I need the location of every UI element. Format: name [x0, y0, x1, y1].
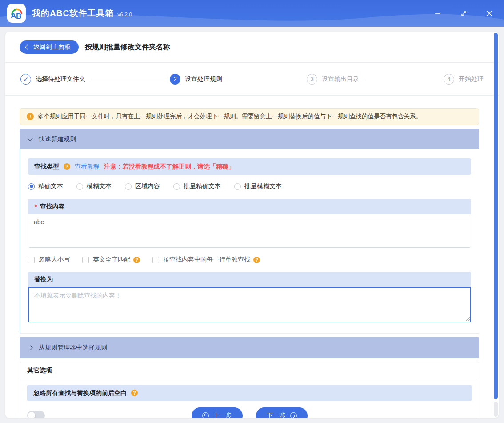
other-options-body: 忽略所有查找与替换项的前后空白 ? 上一步 下一步: [20, 379, 479, 418]
page-header: 返回到主面板 按规则批量修改文件夹名称: [5, 32, 499, 63]
checkbox-ignore-case[interactable]: 忽略大小写: [28, 256, 70, 264]
next-step-button[interactable]: 下一步: [256, 407, 308, 418]
replace-label-bar: 替换为: [28, 272, 471, 287]
vertical-scrollbar[interactable]: [494, 33, 498, 417]
svg-text:B: B: [16, 12, 21, 20]
warning-text: 多个规则应用于同一文件时，只有在上一规则处理完后，才会处理下一规则。需要留意上一…: [38, 113, 422, 121]
step-2-set-rules: 2 设置处理规则: [170, 74, 222, 85]
minimize-button[interactable]: [433, 8, 443, 18]
search-type-options: 精确文本 模糊文本 区域内容 批量精确文本 批量模糊文本: [28, 181, 471, 192]
back-to-dashboard-button[interactable]: 返回到主面板: [20, 40, 79, 54]
back-button-label: 返回到主面板: [33, 43, 71, 51]
svg-text:A: A: [11, 12, 16, 20]
view-tutorial-link[interactable]: 查看教程: [75, 163, 100, 171]
main-panel: 返回到主面板 按规则批量修改文件夹名称 ✓ 选择待处理文件夹 2 设置处理规则 …: [5, 32, 499, 418]
help-icon[interactable]: ?: [133, 257, 140, 263]
step-3-number: 3: [307, 74, 317, 85]
quick-rule-body: 查找类型 ? 查看教程 注意：若没看教程或不了解正则，请选「精确」 精确文本 模…: [20, 149, 479, 334]
accordion-rule-manager[interactable]: 从规则管理器中选择规则: [20, 337, 479, 358]
step-connector: [92, 79, 164, 79]
help-icon[interactable]: ?: [253, 257, 260, 263]
replace-block: 替换为: [28, 272, 471, 322]
checkbox-whole-word[interactable]: 英文全字匹配 ?: [82, 256, 140, 264]
other-options-card: 其它选项 忽略所有查找与替换项的前后空白 ? 上一步: [20, 362, 479, 418]
radio-batch-exact-text[interactable]: 批量精确文本: [173, 182, 221, 190]
replace-label: 替换为: [34, 275, 53, 283]
checkbox-search-each-line[interactable]: 按查找内容中的每一行单独查找 ?: [152, 256, 260, 264]
radio-region-content[interactable]: 区域内容: [125, 182, 160, 190]
radio-exact-text[interactable]: 精确文本: [28, 182, 63, 190]
replace-input[interactable]: [29, 288, 470, 322]
radio-icon: [173, 183, 180, 190]
search-content-label: 查找内容: [40, 203, 64, 211]
search-content-block: * 查找内容 abc: [28, 199, 471, 248]
previous-step-button[interactable]: 上一步: [192, 407, 243, 418]
step-connector: [365, 79, 437, 79]
radio-label: 区域内容: [135, 182, 160, 190]
step-4-label: 开始处理: [459, 75, 484, 83]
chevron-down-icon: [28, 136, 32, 141]
footer-row: 上一步 下一步: [27, 407, 472, 418]
replace-input-wrap: [28, 287, 471, 322]
wizard-nav-buttons: 上一步 下一步: [27, 407, 472, 418]
page-title: 按规则批量修改文件夹名称: [85, 43, 170, 52]
step-1-check-icon: ✓: [20, 74, 31, 85]
chevron-right-icon: [28, 345, 32, 350]
next-step-label: 下一步: [267, 411, 286, 418]
step-4-number: 4: [444, 74, 454, 85]
scrollbar-thumb[interactable]: [494, 33, 498, 399]
checkbox-label: 英文全字匹配: [93, 256, 130, 264]
step-2-number: 2: [170, 74, 180, 85]
radio-label: 批量精确文本: [184, 182, 221, 190]
step-connector: [228, 79, 300, 79]
checkbox-icon: [152, 257, 159, 263]
circle-arrow-right-icon: [290, 412, 297, 418]
help-icon[interactable]: ?: [131, 390, 138, 396]
trim-whitespace-bar: 忽略所有查找与替换项的前后空白 ?: [27, 385, 472, 401]
scrollbar-track-rest: [494, 402, 498, 417]
checkbox-label: 按查找内容中的每一行单独查找: [163, 256, 250, 264]
titlebar: A B 我的ABC软件工具箱 v6.2.0: [0, 0, 504, 27]
close-button[interactable]: [484, 8, 494, 18]
chevron-left-icon: [25, 44, 30, 49]
help-icon[interactable]: ?: [64, 163, 70, 170]
app-title: 我的ABC软件工具箱: [32, 8, 114, 19]
search-type-bar: 查找类型 ? 查看教程 注意：若没看教程或不了解正则，请选「精确」: [28, 158, 471, 175]
rule-manager-header-label: 从规则管理器中选择规则: [39, 344, 107, 352]
search-content-input[interactable]: abc: [28, 214, 471, 247]
radio-fuzzy-text[interactable]: 模糊文本: [76, 182, 112, 190]
step-4-start: 4 开始处理: [444, 74, 484, 85]
app-logo: A B: [7, 4, 26, 23]
step-3-output-dir: 3 设置输出目录: [307, 74, 359, 85]
search-options-row: 忽略大小写 英文全字匹配 ? 按查找内容中的每一行单独查找 ?: [28, 254, 471, 265]
radio-icon: [28, 183, 35, 190]
rules-order-warning: ! 多个规则应用于同一文件时，只有在上一规则处理完后，才会处理下一规则。需要留意…: [20, 108, 479, 125]
quick-rule-header-label: 快速新建规则: [39, 135, 76, 143]
search-content-label-bar: * 查找内容: [28, 199, 471, 214]
checkbox-icon: [82, 257, 89, 263]
accordion-quick-new-rule[interactable]: 快速新建规则: [20, 129, 479, 149]
content-area: ! 多个规则应用于同一文件时，只有在上一规则处理完后，才会处理下一规则。需要留意…: [5, 96, 499, 418]
step-1-select-folders: ✓ 选择待处理文件夹: [20, 74, 85, 85]
previous-step-label: 上一步: [213, 411, 232, 418]
circle-arrow-left-icon: [202, 412, 209, 418]
radio-label: 模糊文本: [87, 182, 112, 190]
app-version: v6.2.0: [117, 12, 132, 18]
maximize-button[interactable]: [459, 8, 468, 18]
required-mark: *: [35, 203, 37, 210]
radio-batch-fuzzy-text[interactable]: 批量模糊文本: [234, 182, 282, 190]
window-controls: [433, 8, 494, 18]
radio-icon: [125, 183, 132, 190]
radio-label: 批量模糊文本: [244, 182, 282, 190]
other-options-header: 其它选项: [20, 362, 479, 379]
step-2-label: 设置处理规则: [185, 75, 222, 83]
step-3-label: 设置输出目录: [322, 75, 359, 83]
search-type-label: 查找类型: [34, 163, 59, 171]
radio-icon: [234, 183, 241, 190]
checkbox-label: 忽略大小写: [39, 256, 70, 264]
trim-whitespace-label: 忽略所有查找与替换项的前后空白: [33, 389, 127, 397]
step-1-label: 选择待处理文件夹: [36, 75, 85, 83]
step-indicator: ✓ 选择待处理文件夹 2 设置处理规则 3 设置输出目录 4 开始处理: [5, 63, 499, 96]
radio-icon: [76, 183, 83, 190]
radio-label: 精确文本: [38, 182, 63, 190]
